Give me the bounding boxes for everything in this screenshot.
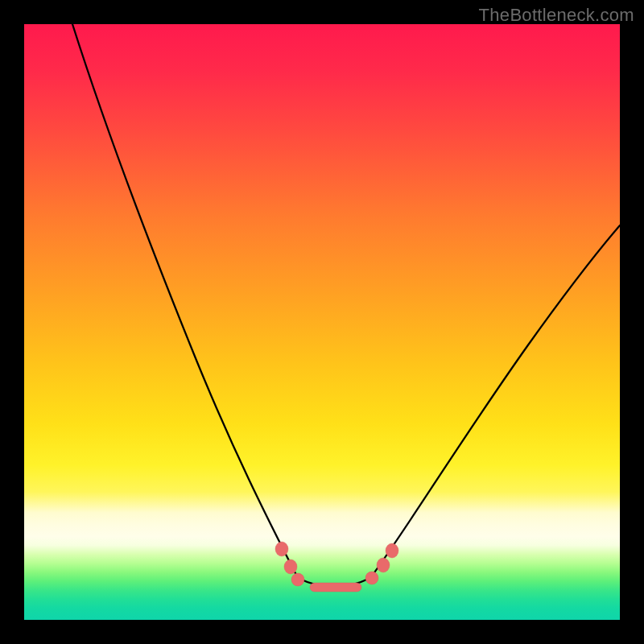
chart-frame: TheBottleneck.com	[0, 0, 644, 644]
bead-right-2	[377, 558, 390, 572]
valley-dash	[310, 583, 361, 592]
bead-right-1	[365, 572, 378, 584]
bead-left-1	[275, 542, 288, 556]
curve-right-branch	[370, 225, 620, 578]
watermark-text: TheBottleneck.com	[479, 5, 634, 26]
bottleneck-curve	[24, 24, 620, 620]
bead-left-3	[291, 573, 304, 586]
plot-area	[24, 24, 620, 620]
bead-left-2	[284, 559, 297, 574]
bead-right-3	[386, 543, 398, 558]
curve-left-branch	[72, 24, 298, 578]
